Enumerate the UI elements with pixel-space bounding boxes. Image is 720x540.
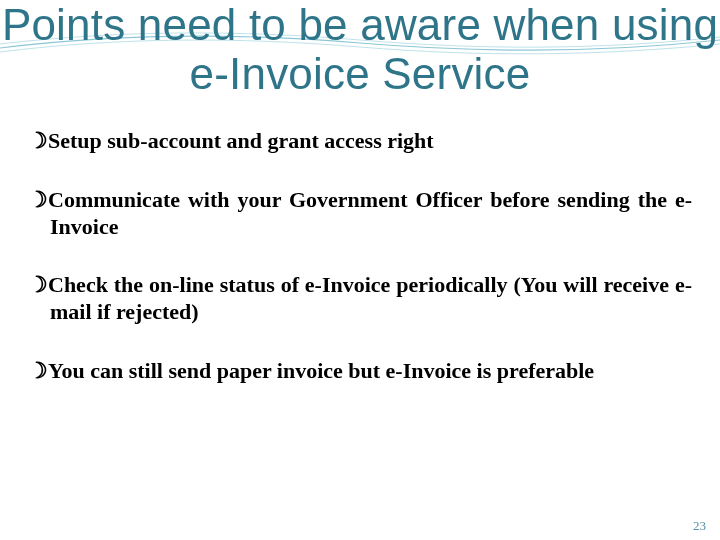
bullet-text: Setup sub-account and grant access right: [48, 128, 434, 153]
bullet-item-4: ☽You can still send paper invoice but e-…: [28, 358, 692, 385]
bullet-icon: ☽: [28, 272, 46, 297]
bullet-icon: ☽: [28, 128, 46, 153]
bullet-item-2: ☽Communicate with your Government Office…: [28, 187, 692, 241]
bullet-text: Communicate with your Government Officer…: [48, 187, 692, 239]
slide-title: Points need to be aware when using e-Inv…: [0, 0, 720, 99]
bullet-item-3: ☽Check the on-line status of e-Invoice p…: [28, 272, 692, 326]
page-number: 23: [693, 518, 706, 534]
bullet-text: You can still send paper invoice but e-I…: [48, 358, 594, 383]
bullet-text: Check the on-line status of e-Invoice pe…: [48, 272, 692, 324]
content-area: ☽Setup sub-account and grant access righ…: [28, 128, 692, 417]
bullet-icon: ☽: [28, 358, 46, 383]
bullet-item-1: ☽Setup sub-account and grant access righ…: [28, 128, 692, 155]
bullet-icon: ☽: [28, 187, 46, 212]
